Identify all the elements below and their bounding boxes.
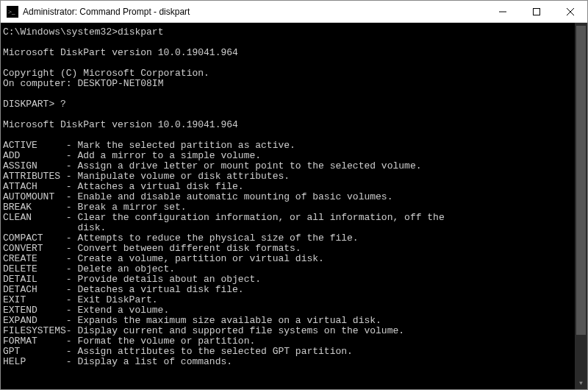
help-row: EXPAND- Expands the maximum size availab…	[3, 316, 587, 326]
minimize-button[interactable]	[486, 1, 520, 23]
help-description: Clear the configuration information, or …	[77, 213, 587, 223]
help-command: EXIT	[3, 295, 66, 305]
help-separator: -	[66, 316, 78, 326]
help-separator: -	[66, 264, 78, 274]
help-command: EXTEND	[3, 305, 66, 316]
prompt-line: C:\Windows\system32>diskpart	[3, 27, 587, 38]
help-separator: -	[66, 233, 78, 244]
help-command: DELETE	[3, 264, 66, 274]
help-row: disk.	[3, 223, 587, 233]
svg-text:>_: >_	[8, 8, 15, 15]
help-description: Extend a volume.	[77, 305, 587, 316]
help-description: Provide details about an object.	[77, 274, 587, 285]
help-row: ADD- Add a mirror to a simple volume.	[3, 151, 587, 161]
titlebar[interactable]: >_ Administrator: Command Prompt - diskp…	[1, 1, 587, 23]
help-row: EXTEND- Extend a volume.	[3, 305, 587, 316]
help-description: Detaches a virtual disk file.	[77, 285, 587, 295]
help-command: ACTIVE	[3, 141, 66, 151]
scrollbar[interactable]: ▲ ▼	[575, 23, 587, 389]
close-button[interactable]	[553, 1, 587, 23]
help-separator: -	[66, 244, 78, 254]
terminal-blank	[3, 110, 587, 120]
terminal-blank	[3, 130, 587, 141]
help-row: CONVERT- Convert between different disk …	[3, 244, 587, 254]
help-description: Attempts to reduce the physical size of …	[77, 233, 587, 244]
help-separator: -	[66, 254, 78, 264]
terminal[interactable]: C:\Windows\system32>diskpart Microsoft D…	[1, 23, 587, 389]
help-command: ADD	[3, 151, 66, 161]
help-description: Create a volume, partition or virtual di…	[77, 254, 587, 264]
help-separator: -	[66, 326, 78, 336]
help-command: CONVERT	[3, 244, 66, 254]
help-command: CLEAN	[3, 213, 66, 223]
help-command: FORMAT	[3, 336, 66, 347]
help-command: BREAK	[3, 202, 66, 213]
help-separator: -	[66, 141, 78, 151]
help-command: DETACH	[3, 285, 66, 295]
help-row: AUTOMOUNT- Enable and disable automatic …	[3, 192, 587, 202]
help-row: ATTRIBUTES- Manipulate volume or disk at…	[3, 171, 587, 182]
version-line: Microsoft DiskPart version 10.0.19041.96…	[3, 120, 587, 130]
help-separator: -	[66, 347, 78, 357]
computer-line: On computer: DESKTOP-NET08IM	[3, 79, 587, 89]
help-description: Format the volume or partition.	[77, 336, 587, 347]
help-separator: -	[66, 295, 78, 305]
help-description: Add a mirror to a simple volume.	[77, 151, 587, 161]
help-description: Convert between different disk formats.	[77, 244, 587, 254]
help-separator: -	[66, 192, 78, 202]
help-row: CREATE- Create a volume, partition or vi…	[3, 254, 587, 264]
diskpart-prompt: DISKPART> ?	[3, 99, 587, 110]
help-description: Expands the maximum size available on a …	[77, 316, 587, 326]
version-line: Microsoft DiskPart version 10.0.19041.96…	[3, 48, 587, 58]
maximize-button[interactable]	[520, 1, 553, 23]
help-separator: -	[66, 202, 78, 213]
help-separator: -	[66, 151, 78, 161]
help-description: Manipulate volume or disk attributes.	[77, 171, 587, 182]
copyright-line: Copyright (C) Microsoft Corporation.	[3, 68, 587, 79]
help-description: Break a mirror set.	[77, 202, 587, 213]
terminal-blank	[3, 58, 587, 68]
help-command: DETAIL	[3, 274, 66, 285]
window-title: Administrator: Command Prompt - diskpart	[23, 7, 486, 17]
terminal-blank	[3, 38, 587, 48]
help-row: ACTIVE- Mark the selected partition as a…	[3, 141, 587, 151]
help-separator: -	[66, 171, 78, 182]
help-separator: -	[66, 182, 78, 192]
help-description: disk.	[77, 223, 587, 233]
terminal-blank	[3, 89, 587, 99]
help-command: COMPACT	[3, 233, 66, 244]
help-row: DETAIL- Provide details about an object.	[3, 274, 587, 285]
help-row: CLEAN- Clear the configuration informati…	[3, 213, 587, 223]
help-description: Mark the selected partition as active.	[77, 141, 587, 151]
help-command: EXPAND	[3, 316, 66, 326]
help-row: FORMAT- Format the volume or partition.	[3, 336, 587, 347]
help-command: GPT	[3, 347, 66, 357]
help-command: HELP	[3, 357, 66, 367]
window-controls	[486, 1, 587, 23]
help-description: Enable and disable automatic mounting of…	[77, 192, 587, 202]
help-separator: -	[66, 274, 78, 285]
help-command: ATTACH	[3, 182, 66, 192]
help-row: COMPACT- Attempts to reduce the physical…	[3, 233, 587, 244]
help-description: Attaches a virtual disk file.	[77, 182, 587, 192]
scroll-down-icon[interactable]: ▼	[575, 377, 587, 389]
help-row: DETACH- Detaches a virtual disk file.	[3, 285, 587, 295]
help-description: Delete an object.	[77, 264, 587, 274]
help-row: DELETE- Delete an object.	[3, 264, 587, 274]
help-command: ASSIGN	[3, 161, 66, 171]
help-row: HELP- Display a list of commands.	[3, 357, 587, 367]
help-description: Assign attributes to the selected GPT pa…	[77, 347, 587, 357]
help-row: EXIT- Exit DiskPart.	[3, 295, 587, 305]
help-row: GPT- Assign attributes to the selected G…	[3, 347, 587, 357]
help-separator: -	[66, 213, 78, 223]
help-description: Display current and supported file syste…	[77, 326, 587, 336]
help-separator: -	[66, 285, 78, 295]
help-description: Assign a drive letter or mount point to …	[77, 161, 587, 171]
help-row: BREAK- Break a mirror set.	[3, 202, 587, 213]
help-row: ATTACH- Attaches a virtual disk file.	[3, 182, 587, 192]
scrollbar-thumb[interactable]	[576, 26, 586, 335]
help-separator: -	[66, 336, 78, 347]
help-description: Display a list of commands.	[77, 357, 587, 367]
svg-rect-3	[534, 8, 540, 15]
help-command: ATTRIBUTES	[3, 171, 66, 182]
